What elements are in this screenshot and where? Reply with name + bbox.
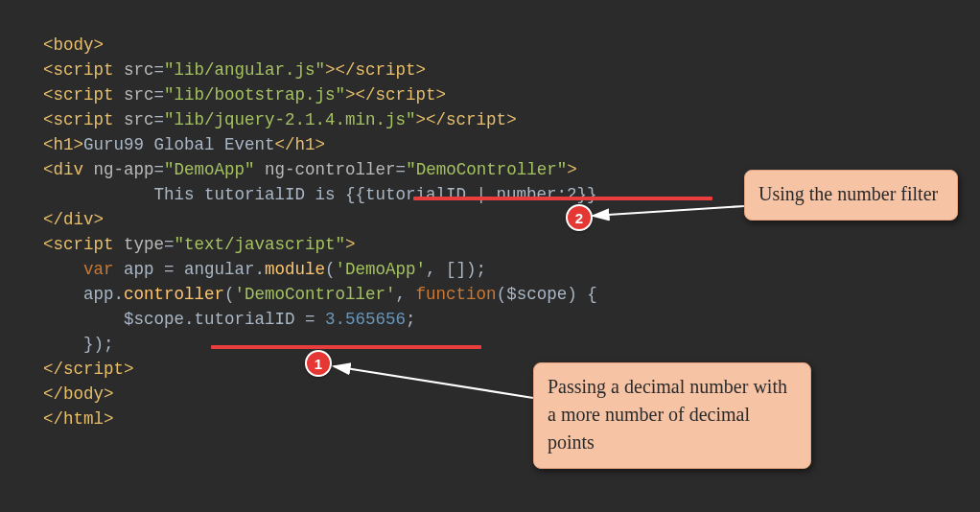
line-8: </div> [43,210,104,229]
svg-line-0 [593,206,744,216]
line-13: }); [43,335,114,354]
line-3: <script src="lib/bootstrap.js"></script> [43,85,446,105]
line-6: <div ng-app="DemoApp" ng-controller="Dem… [43,160,577,179]
line-2: <script src="lib/angular.js"></script> [43,60,426,80]
line-5: <h1>Guru99 Global Event</h1> [43,135,325,154]
line-1: <body> [43,35,104,55]
line-12: $scope.tutorialID = 3.565656; [43,310,416,329]
line-14: </script> [43,360,134,379]
line-4: <script src="lib/jquery-2.1.4.min.js"></… [43,110,517,129]
line-16: </html> [43,409,114,429]
line-9: <script type="text/javascript"> [43,235,356,254]
badge-2: 2 [566,204,593,231]
line-10: var app = angular.module('DemoApp', []); [43,260,486,279]
line-15: </body> [43,384,114,404]
line-7: This tutorialID is {{tutorialID | number… [43,185,597,204]
badge-1: 1 [305,350,332,377]
callout-number-filter: Using the number filter [744,170,958,221]
underline-assignment [211,345,481,349]
callout-decimal-number: Passing a decimal number with a more num… [533,362,811,469]
underline-expression [413,197,712,200]
line-11: app.controller('DemoController', functio… [43,285,597,304]
